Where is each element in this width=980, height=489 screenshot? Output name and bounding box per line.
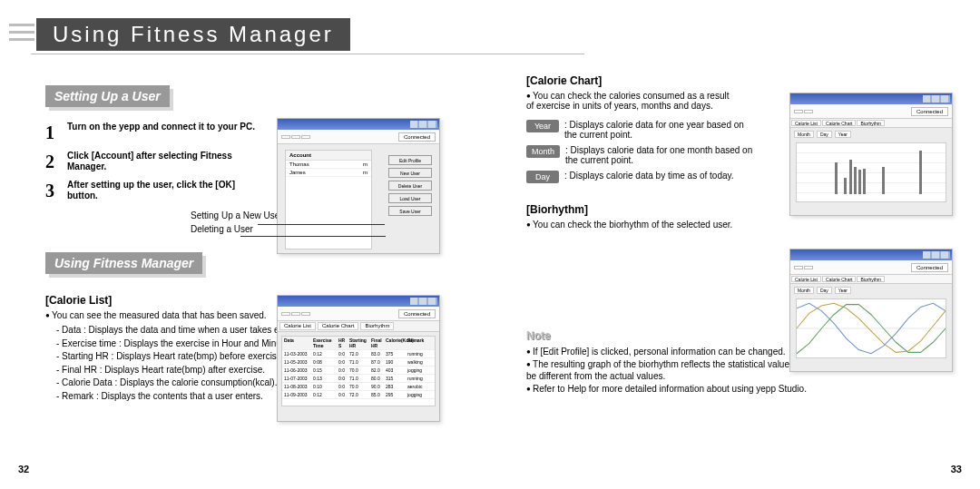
step-text: After setting up the user, click the [OK…	[67, 180, 267, 201]
screenshot-calorie-list: Connected Calorie List Calorie Chart Bio…	[277, 295, 440, 422]
section-setting-up-user: Setting Up a User	[45, 85, 170, 107]
screenshot-account: Connected Account Thomasm Jamesm Edit Pr…	[277, 118, 440, 254]
page-title: Using Fitness Manager	[36, 18, 350, 51]
calorie-chart-head: [Calorie Chart]	[526, 74, 944, 87]
page-number-right: 33	[951, 464, 962, 474]
step-text: Turn on the yepp and connect it to your …	[67, 122, 267, 132]
tag-day: Day	[526, 171, 559, 183]
tag-month: Month	[526, 145, 560, 158]
account-side-buttons: Edit Profile New User Delete User Load U…	[388, 155, 432, 216]
page-number-left: 32	[18, 464, 29, 474]
screenshot-calorie-chart: Connected Calorie List Calorie Chart Bio…	[789, 93, 953, 216]
tag-year: Year	[526, 120, 559, 132]
masthead: Using Fitness Manager	[9, 18, 490, 49]
screenshot-biorhythm: Connected Calorie List Calorie Chart Bio…	[789, 249, 953, 372]
biorhythm-lead: You can check the biorhythm of the selec…	[526, 220, 735, 230]
step-num: 1	[45, 122, 60, 143]
calorie-chart-lead: You can check the calories consumed as a…	[526, 91, 735, 111]
step-num: 2	[45, 151, 60, 172]
section-using-fitness-manager: Using Fitness Manager	[45, 252, 202, 274]
step-num: 3	[45, 180, 60, 201]
term-table: Year : Displays calorie data for one yea…	[526, 120, 753, 183]
step-text: Click [Account] after selecting Fitness …	[67, 151, 267, 172]
